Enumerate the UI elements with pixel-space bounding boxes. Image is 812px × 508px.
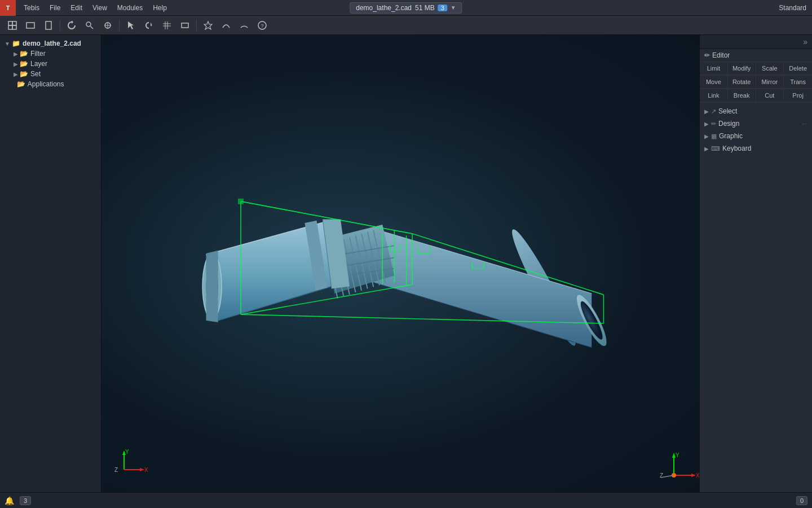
link-btn[interactable]: Link (700, 89, 728, 102)
svg-marker-11 (128, 21, 134, 29)
curve-btn[interactable] (218, 17, 234, 33)
tree-root[interactable]: ▼ 📁 demo_lathe_2.cad (2, 38, 99, 49)
select-btn[interactable] (123, 17, 139, 33)
delete-btn[interactable]: Delete (784, 62, 812, 75)
tree-root-arrow: ▼ (5, 41, 10, 47)
rotate2-btn[interactable]: Rotate (728, 76, 756, 89)
layer-arrow: ▶ (14, 61, 18, 67)
snap-btn[interactable] (200, 17, 216, 33)
help2-btn[interactable]: ? (254, 17, 270, 33)
svg-text:Y: Y (125, 449, 129, 455)
status-right-badge: 0 (796, 496, 807, 505)
tree-item-applications[interactable]: 📂 Applications (11, 79, 99, 89)
menu-bar: Tebis File Edit View Modules Help (16, 2, 171, 14)
design-tree-icon: ✏ (711, 120, 716, 128)
3d-scene (102, 35, 699, 492)
menu-view[interactable]: View (88, 2, 112, 14)
panel-tree-keyboard[interactable]: ▶ ⌨ Keyboard (700, 142, 812, 155)
front-view-btn[interactable] (23, 17, 38, 33)
file-size: 51 MB (415, 4, 435, 12)
svg-rect-0 (8, 21, 12, 25)
status-right-area: 0 (796, 496, 807, 505)
svg-marker-21 (370, 227, 592, 347)
svg-marker-48 (206, 251, 218, 322)
file-name: demo_lathe_2.cad (356, 4, 412, 12)
editor-text: Editor (712, 51, 730, 59)
file-badge: 3 (438, 5, 447, 11)
axis-widget-bottom-left: Y X Z (113, 447, 152, 475)
refresh-btn[interactable] (64, 17, 80, 33)
toolbar-sep-3 (196, 20, 197, 31)
set-arrow: ▶ (14, 71, 18, 77)
rect-btn[interactable] (177, 17, 193, 33)
grid-toggle-btn[interactable] (159, 17, 175, 33)
proj-btn[interactable]: Proj (784, 89, 812, 102)
menu-tebis[interactable]: Tebis (19, 2, 44, 14)
app-logo: T (0, 0, 16, 16)
app-arrow (14, 81, 15, 87)
select-tree-icon: ↗ (711, 108, 716, 115)
trans-btn[interactable]: Trans (784, 76, 812, 89)
arc-btn[interactable] (236, 17, 252, 33)
menu-modules[interactable]: Modules (113, 2, 147, 14)
set-label: Set (30, 70, 41, 78)
side-view-btn[interactable] (41, 17, 56, 33)
tree-root-label: demo_lathe_2.cad (23, 40, 81, 47)
svg-rect-4 (27, 23, 34, 28)
statusbar: 🔔 3 0 (0, 492, 812, 508)
set-folder-icon: 📂 (20, 70, 28, 78)
panel-tree-select[interactable]: ▶ ↗ Select (700, 105, 812, 117)
svg-text:X: X (696, 472, 699, 479)
bell-icon: 🔔 (5, 496, 14, 505)
standard-label: Standard (779, 4, 806, 12)
layer-folder-icon: 📂 (20, 60, 28, 68)
mirror-btn[interactable]: Mirror (756, 76, 784, 89)
editor-pencil-icon: ✏ (704, 51, 710, 59)
design-arrow-icon: ▶ (704, 121, 709, 127)
file-tab[interactable]: demo_lathe_2.cad 51 MB 3 ▼ (350, 2, 462, 14)
tab-dropdown-icon[interactable]: ▼ (451, 5, 456, 11)
tree-item-filter[interactable]: ▶ 📂 Filter (11, 49, 99, 59)
panel-tree-design[interactable]: ▶ ✏ Design ← (700, 117, 812, 130)
svg-text:?: ? (261, 23, 264, 29)
scale-btn[interactable]: Scale (756, 62, 784, 75)
menu-help[interactable]: Help (148, 2, 171, 14)
tree-item-layer[interactable]: ▶ 📂 Layer (11, 59, 99, 69)
menu-file[interactable]: File (45, 2, 65, 14)
cut-btn[interactable]: Cut (756, 89, 784, 102)
right-panel: » ✏ Editor Limit Modify Scale Delete Mov… (699, 35, 812, 492)
panel-tree-graphic[interactable]: ▶ ▦ Graphic (700, 130, 812, 142)
svg-rect-16 (182, 23, 188, 28)
editor-btn-row3: Link Break Cut Proj (700, 89, 812, 103)
graphic-tree-icon: ▦ (711, 133, 717, 140)
svg-marker-65 (140, 468, 144, 471)
break-btn[interactable]: Break (728, 89, 756, 102)
left-panel: ▼ 📁 demo_lathe_2.cad ▶ 📂 Filter ▶ 📂 Laye… (0, 35, 102, 492)
limit-btn[interactable]: Limit (700, 62, 728, 75)
center-btn[interactable] (100, 17, 116, 33)
modify-btn[interactable]: Modify (728, 62, 756, 75)
move-btn[interactable]: Move (700, 76, 728, 89)
svg-rect-1 (12, 21, 16, 25)
filter-arrow: ▶ (14, 51, 18, 57)
svg-marker-72 (691, 474, 696, 477)
menu-edit[interactable]: Edit (66, 2, 87, 14)
keyboard-tree-icon: ⌨ (711, 145, 720, 152)
rotate-btn[interactable] (141, 17, 157, 33)
svg-rect-2 (8, 25, 12, 29)
viewport[interactable]: Y X Z Y X Z (102, 35, 699, 492)
tree-item-set[interactable]: ▶ 📂 Set (11, 69, 99, 79)
select-arrow-icon: ▶ (704, 108, 709, 115)
svg-marker-17 (204, 21, 212, 29)
editor-btn-row2: Move Rotate Mirror Trans (700, 76, 812, 89)
zoom-btn[interactable] (82, 17, 98, 33)
root-folder-icon: 📁 (12, 40, 20, 47)
editor-btn-row1: Limit Modify Scale Delete (700, 62, 812, 76)
graphic-arrow-icon: ▶ (704, 133, 709, 139)
keyboard-arrow-icon: ▶ (704, 146, 709, 152)
design-arrow-right: ← (801, 120, 807, 127)
axis-widget-bottom-right: Y X Z (648, 447, 688, 475)
svg-line-7 (91, 26, 94, 29)
panel-expand-icon[interactable]: » (803, 37, 807, 46)
box-view-btn[interactable] (5, 17, 20, 33)
